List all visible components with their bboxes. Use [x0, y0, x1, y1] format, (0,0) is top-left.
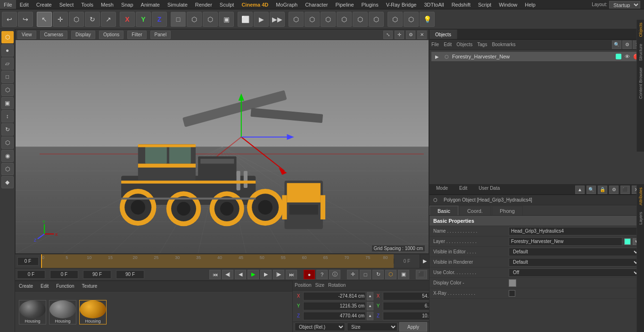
transport-start-field[interactable]: [17, 270, 45, 279]
transport-record[interactable]: ●: [304, 270, 315, 279]
transport-end-field2[interactable]: [116, 270, 144, 279]
null-obj[interactable]: □: [171, 12, 186, 27]
boole-tool[interactable]: ⬡: [289, 12, 304, 27]
render-region[interactable]: ⬜: [238, 12, 253, 27]
menu-simulate[interactable]: Simulate: [164, 0, 191, 9]
render-view[interactable]: ▶: [254, 12, 269, 27]
menu-motion-tracker[interactable]: Cinema 4D: [238, 0, 272, 9]
deformer-tool[interactable]: ⬡: [337, 12, 352, 27]
mode-polys[interactable]: □: [1, 71, 14, 83]
display-color-swatch[interactable]: [509, 279, 516, 287]
array-tool[interactable]: ⬡: [305, 12, 320, 27]
attr-expand[interactable]: ⬛: [620, 186, 630, 194]
timeline-frame-input[interactable]: [17, 257, 39, 266]
mode-points[interactable]: ●: [1, 44, 14, 57]
pos-x-stepper[interactable]: ▲: [367, 292, 373, 300]
objects-tags-menu[interactable]: Tags: [477, 42, 487, 47]
viewport-close[interactable]: ✕: [417, 31, 427, 39]
viewport-config[interactable]: ⚙: [406, 31, 415, 39]
mode-edges[interactable]: ▱: [1, 57, 14, 70]
light-tool[interactable]: ⬡: [203, 12, 218, 27]
menu-character[interactable]: Character: [301, 0, 331, 9]
transport-to-end[interactable]: ⏭: [286, 270, 297, 279]
attr-arrow-up[interactable]: ▲: [575, 186, 585, 194]
tool-palette-1[interactable]: ⬡: [1, 84, 14, 96]
attr-tab-phong[interactable]: Phong: [492, 206, 523, 215]
transport-mode5[interactable]: ▣: [398, 270, 409, 279]
scene-tool[interactable]: ▣: [219, 12, 234, 27]
attr-vis-renderer-dropdown[interactable]: Default: [509, 258, 640, 267]
attr-use-color-dropdown[interactable]: Off: [509, 268, 640, 277]
tool-rotate2[interactable]: ↻: [1, 123, 14, 136]
transport-mode3[interactable]: ↻: [372, 270, 384, 279]
vtab-attributes[interactable]: Attributes: [637, 185, 644, 208]
transport-question[interactable]: ?: [316, 270, 328, 279]
camera-tool[interactable]: ⬡: [187, 12, 202, 27]
transport-mode1[interactable]: ✛: [347, 270, 358, 279]
transport-prev-key[interactable]: ◀|: [222, 270, 233, 279]
viewport-options-menu[interactable]: Options: [99, 31, 124, 39]
attr-vis-editor-dropdown[interactable]: Default: [509, 248, 640, 256]
viewport-expand[interactable]: ⤡: [383, 31, 393, 39]
objects-config-btn[interactable]: ⚙: [622, 40, 632, 49]
transport-prev[interactable]: ◀: [235, 270, 246, 279]
attr-mode-btn[interactable]: Mode: [432, 186, 452, 194]
tool-scale[interactable]: ↕: [1, 110, 14, 122]
attr-layer-input[interactable]: [509, 237, 622, 246]
viewport-filter-menu[interactable]: Filter: [127, 31, 146, 39]
timeline-end-btn[interactable]: ▶: [420, 254, 429, 268]
objects-objects-menu[interactable]: Objects: [456, 42, 472, 47]
viewport-move[interactable]: ✛: [395, 31, 404, 39]
menu-help[interactable]: Help: [521, 0, 539, 9]
axis-z[interactable]: Z: [152, 12, 167, 27]
objects-edit-menu[interactable]: Edit: [444, 42, 452, 47]
menu-pipeline[interactable]: Pipeline: [331, 0, 357, 9]
material-swatch-1[interactable]: Housing: [19, 300, 46, 324]
tool-paint[interactable]: ◉: [1, 150, 14, 162]
axis-x[interactable]: X: [120, 12, 135, 27]
attr-name-input[interactable]: [509, 227, 640, 235]
menu-edit[interactable]: Edit: [16, 0, 33, 9]
menu-3dtoall[interactable]: 3DTtoAll: [420, 0, 447, 9]
objects-list[interactable]: ▶ ⬡ Forestry_Harvester_New 👁 🔴: [429, 50, 644, 184]
menu-tools[interactable]: Tools: [77, 0, 97, 9]
transport-mode2[interactable]: □: [360, 270, 371, 279]
transform-tool[interactable]: ↗: [101, 12, 116, 27]
transport-next-key[interactable]: |▶: [273, 270, 284, 279]
vtab-structure[interactable]: Structure: [637, 41, 644, 64]
menu-animate[interactable]: Animate: [137, 0, 164, 9]
transport-info[interactable]: ⓘ: [329, 270, 340, 279]
move-tool[interactable]: ✛: [53, 12, 68, 27]
tab-objects[interactable]: Objects: [429, 30, 457, 39]
tool-sculpt2[interactable]: ⬡: [1, 163, 14, 175]
transport-next[interactable]: ▶: [260, 270, 272, 279]
pos-x-input[interactable]: [303, 292, 366, 300]
object-mode-dropdown[interactable]: Object (Rel.): [295, 323, 345, 331]
menu-mesh[interactable]: Mesh: [97, 0, 117, 9]
tool-sym[interactable]: ◆: [1, 176, 14, 188]
vtab-objects[interactable]: Objects: [637, 20, 644, 40]
menu-plugins[interactable]: Plugins: [358, 0, 382, 9]
menu-select[interactable]: Select: [56, 0, 78, 9]
material-swatch-2[interactable]: Housing: [49, 300, 76, 324]
mode-object[interactable]: ⬡: [1, 31, 14, 43]
menu-window[interactable]: Window: [495, 0, 521, 9]
menu-render[interactable]: Render: [191, 0, 216, 9]
menu-file[interactable]: File: [0, 0, 16, 9]
object-visibility-icon[interactable]: 👁: [623, 53, 631, 60]
menu-mograph[interactable]: MoGraph: [272, 0, 301, 9]
viewport-display-menu[interactable]: Display: [71, 31, 95, 39]
transport-expand[interactable]: ⬛: [416, 270, 427, 279]
object-row-harvester[interactable]: ▶ ⬡ Forestry_Harvester_New 👁 🔴: [431, 52, 642, 61]
menu-sculpt[interactable]: Sculpt: [216, 0, 238, 9]
pos-y-input[interactable]: [303, 302, 366, 310]
tool-snap[interactable]: ⬡: [1, 137, 14, 149]
attr-xray-checkbox[interactable]: [509, 290, 515, 297]
rotate-tool[interactable]: ↻: [85, 12, 100, 27]
attr-lock[interactable]: 🔒: [598, 186, 607, 194]
axis-y[interactable]: Y: [136, 12, 151, 27]
material-texture-btn[interactable]: Texture: [82, 283, 98, 289]
menu-redshift[interactable]: Redshift: [448, 0, 474, 9]
pos-y-stepper[interactable]: ▲: [367, 302, 373, 310]
render-all[interactable]: ▶▶: [270, 12, 285, 27]
